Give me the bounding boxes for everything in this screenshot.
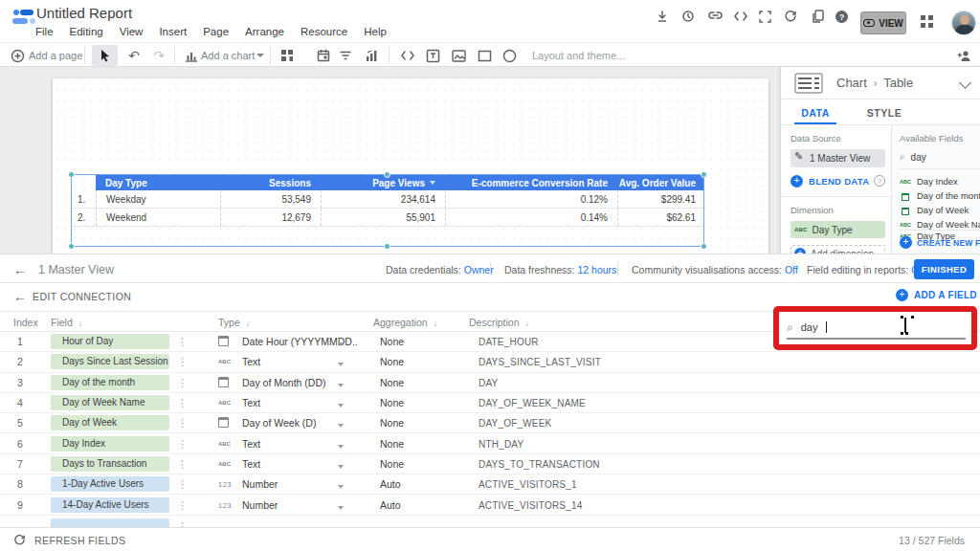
field-aggregation[interactable]: Auto [380, 499, 401, 511]
column-header-avg-order-value[interactable]: Avg. Order Value [617, 175, 703, 190]
tab-style[interactable]: STYLE [850, 99, 919, 124]
field-name-chip[interactable]: Hour of Day [51, 334, 169, 349]
menu-page[interactable]: Page [203, 26, 229, 37]
add-a-field-button[interactable]: + ADD A FIELD [896, 289, 977, 301]
menu-help[interactable]: Help [364, 26, 387, 37]
back-arrow-icon[interactable]: ← [13, 262, 27, 277]
field-type-select[interactable]: Text [242, 458, 260, 470]
field-item-day-of-month[interactable]: Day of the month [900, 188, 980, 203]
field-aggregation[interactable]: None [380, 417, 404, 429]
field-type-select[interactable]: Number [242, 499, 278, 511]
kebab-menu-icon[interactable]: ⋮ [177, 437, 188, 450]
dropdown-caret-icon[interactable] [338, 374, 344, 391]
finished-button[interactable]: FINISHED [914, 259, 974, 279]
kebab-menu-icon[interactable]: ⋮ [177, 498, 188, 511]
field-aggregation[interactable]: None [380, 377, 404, 388]
field-editing-in-reports[interactable]: Field editing in reports: On [807, 264, 924, 276]
add-page-button[interactable]: Add a page [29, 50, 82, 61]
report-title[interactable]: Untitled Report [36, 5, 132, 21]
kebab-menu-icon[interactable]: ⋮ [177, 397, 188, 409]
field-type-select[interactable]: Text [242, 356, 260, 367]
add-person-icon[interactable] [955, 46, 974, 65]
add-chart-dropdown-icon[interactable] [256, 54, 264, 57]
kebab-menu-icon[interactable]: ⋮ [177, 376, 188, 388]
column-header-conversion-rate[interactable]: E-commerce Conversion Rate [445, 175, 617, 190]
dropdown-caret-icon[interactable] [338, 475, 344, 493]
field-aggregation[interactable]: None [380, 438, 404, 450]
dropdown-caret-icon[interactable] [338, 496, 344, 514]
header-description[interactable]: Description↓ [469, 317, 529, 328]
community-visualizations-icon[interactable] [278, 46, 297, 65]
url-embed-icon[interactable] [398, 46, 417, 65]
user-avatar[interactable] [951, 11, 976, 35]
field-aggregation[interactable]: None [380, 356, 404, 367]
filter-control-icon[interactable] [336, 46, 355, 65]
embed-code-icon[interactable] [731, 7, 750, 26]
data-studio-logo-icon[interactable] [11, 9, 36, 28]
field-type-select[interactable]: Text [242, 397, 260, 408]
layout-theme-button[interactable]: Layout and theme... [532, 50, 625, 61]
panel-field-search[interactable]: ⌕ day [900, 149, 980, 165]
add-page-icon[interactable] [8, 46, 27, 65]
resize-handle[interactable] [384, 243, 390, 250]
blend-data-button[interactable]: + BLEND DATA ? [791, 175, 885, 187]
community-visualisations-access[interactable]: Community visualisations access: Off [632, 264, 798, 276]
google-apps-icon[interactable] [921, 15, 934, 29]
field-name-chip[interactable] [51, 518, 169, 527]
data-credentials[interactable]: Data credentials: Owner [386, 264, 494, 276]
header-type[interactable]: Type↓ [218, 317, 250, 328]
create-new-field-button[interactable]: + CREATE NEW FIELD [900, 230, 980, 249]
column-header-sessions[interactable]: Sessions [220, 175, 321, 190]
field-search-input[interactable]: ⌕ day [787, 319, 964, 336]
resize-handle[interactable] [68, 243, 75, 250]
data-control-icon[interactable] [362, 46, 381, 65]
undo-icon[interactable]: ↶ [124, 46, 144, 65]
text-box-icon[interactable] [423, 46, 442, 65]
menu-view[interactable]: View [120, 26, 144, 37]
dropdown-caret-icon[interactable] [338, 353, 344, 370]
field-type-select[interactable]: Day of Week (D) [242, 417, 316, 429]
version-history-icon[interactable] [679, 7, 698, 26]
copy-report-icon[interactable] [808, 7, 827, 26]
field-aggregation[interactable]: Auto [380, 478, 401, 490]
tab-data[interactable]: DATA [781, 99, 850, 124]
field-aggregation[interactable]: None [380, 397, 404, 408]
field-name-chip[interactable]: Day Index [51, 436, 169, 452]
data-freshness[interactable]: Data freshness: 12 hours [504, 264, 616, 276]
circle-shape-icon[interactable] [500, 46, 519, 65]
field-type-select[interactable]: Number [242, 478, 278, 490]
field-type-select[interactable]: Text [242, 438, 260, 450]
dropdown-caret-icon[interactable] [338, 455, 344, 473]
resize-handle[interactable] [384, 171, 390, 178]
field-name-chip[interactable]: Day of the month [51, 375, 169, 390]
download-icon[interactable] [653, 7, 672, 26]
menu-insert[interactable]: Insert [159, 26, 187, 37]
menu-resource[interactable]: Resource [301, 26, 347, 37]
field-name-chip[interactable]: 1-Day Active Users [51, 476, 169, 492]
report-page[interactable]: Day Type Sessions Page Views E-commerce … [53, 78, 768, 253]
data-source-chip[interactable]: 1 Master View [791, 149, 885, 167]
dropdown-caret-icon[interactable] [338, 414, 344, 431]
add-chart-button[interactable]: Add a chart [201, 50, 255, 61]
kebab-menu-icon[interactable]: ⋮ [177, 336, 188, 348]
kebab-menu-icon[interactable]: ⋮ [177, 417, 188, 430]
rectangle-shape-icon[interactable] [475, 46, 494, 65]
dropdown-caret-icon[interactable] [338, 394, 344, 411]
field-aggregation[interactable]: None [380, 458, 404, 470]
field-item-day-index[interactable]: ABC Day Index [900, 174, 980, 188]
kebab-menu-icon[interactable]: ⋮ [177, 478, 188, 491]
dropdown-caret-icon[interactable] [338, 333, 344, 350]
kebab-menu-icon[interactable]: ⋮ [177, 356, 188, 368]
field-aggregation[interactable]: None [380, 336, 404, 347]
table-chart-component[interactable]: Day Type Sessions Page Views E-commerce … [72, 175, 703, 246]
fullscreen-icon[interactable] [755, 7, 774, 26]
field-name-chip[interactable]: Day of Week Name [51, 395, 169, 410]
chevron-down-icon[interactable] [959, 77, 971, 89]
field-name-chip[interactable]: Days Since Last Session [51, 354, 169, 369]
kebab-menu-icon[interactable]: ⋮ [177, 457, 188, 470]
header-aggregation[interactable]: Aggregation↓ [373, 317, 437, 328]
dimension-chip-day-type[interactable]: ABC Day Type [791, 221, 885, 238]
edit-connection-button[interactable]: EDIT CONNECTION [33, 291, 131, 302]
link-icon[interactable] [705, 7, 724, 26]
report-canvas[interactable]: Day Type Sessions Page Views E-commerce … [0, 67, 780, 253]
